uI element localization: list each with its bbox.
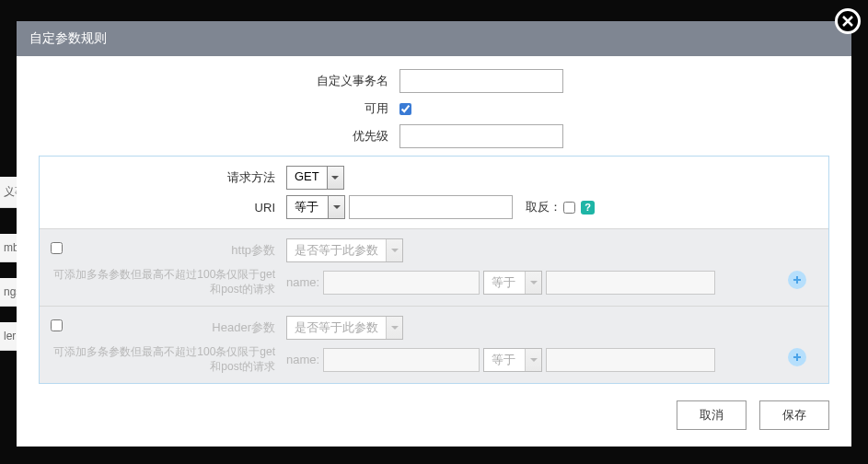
header-name-label: name: xyxy=(286,353,319,366)
header-params-enable-checkbox[interactable] xyxy=(51,319,63,331)
chevron-down-icon xyxy=(386,317,402,339)
http-name-label: name: xyxy=(286,275,319,289)
priority-input[interactable] xyxy=(399,124,563,148)
method-select-value: GET xyxy=(287,167,327,189)
header-value-input[interactable] xyxy=(546,348,715,372)
dialog-body: 自定义事务名 可用 优先级 请求方法 GET xyxy=(17,56,851,447)
uri-operator-value: 等于 xyxy=(287,196,328,218)
transaction-name-label: 自定义事务名 xyxy=(39,73,399,89)
header-operator-value: 等于 xyxy=(484,349,525,371)
enabled-checkbox[interactable] xyxy=(399,103,411,115)
chevron-down-icon xyxy=(525,272,541,294)
cancel-button[interactable]: 取消 xyxy=(677,400,746,430)
http-params-enable-checkbox[interactable] xyxy=(51,242,63,254)
add-header-param-button[interactable] xyxy=(788,348,806,366)
custom-param-rule-dialog: 自定参数规则 自定义事务名 可用 优先级 请求方法 GET xyxy=(17,21,851,447)
plus-icon xyxy=(793,353,802,362)
method-select[interactable]: GET xyxy=(286,166,344,190)
header-params-condition-value: 是否等于此参数 xyxy=(287,317,386,339)
close-icon xyxy=(841,15,854,28)
help-icon[interactable]: ? xyxy=(581,201,595,215)
http-params-hint: 可添加多条参数但最高不超过100条仅限于get和post的请求 xyxy=(51,268,286,296)
http-operator-select[interactable]: 等于 xyxy=(483,271,542,295)
header-operator-select[interactable]: 等于 xyxy=(483,348,542,372)
priority-label: 优先级 xyxy=(39,128,399,145)
uri-input[interactable] xyxy=(349,195,513,219)
http-name-input[interactable] xyxy=(323,271,480,295)
rules-container: 请求方法 GET URI 等于 xyxy=(39,156,829,384)
http-params-section: http参数 是否等于此参数 可添加多条参数但最高不超过100条仅限于get和p… xyxy=(40,228,828,306)
negate-checkbox[interactable] xyxy=(563,202,575,214)
save-button[interactable]: 保存 xyxy=(759,400,829,430)
enabled-label: 可用 xyxy=(39,100,399,117)
uri-label: URI xyxy=(51,201,286,215)
close-button[interactable] xyxy=(835,8,861,34)
header-params-section: Header参数 是否等于此参数 可添加多条参数但最高不超过100条仅限于get… xyxy=(40,306,828,383)
method-uri-section: 请求方法 GET URI 等于 xyxy=(40,157,828,228)
chevron-down-icon xyxy=(328,196,344,218)
uri-operator-select[interactable]: 等于 xyxy=(286,195,345,219)
dialog-footer: 取消 保存 xyxy=(39,400,829,430)
chevron-down-icon xyxy=(525,349,541,371)
header-name-input[interactable] xyxy=(323,348,480,372)
chevron-down-icon xyxy=(386,239,402,261)
add-http-param-button[interactable] xyxy=(788,271,806,289)
chevron-down-icon xyxy=(327,167,343,189)
http-operator-value: 等于 xyxy=(484,272,525,294)
http-params-condition-value: 是否等于此参数 xyxy=(287,239,386,261)
dialog-title: 自定参数规则 xyxy=(17,21,851,56)
header-params-hint: 可添加多条参数但最高不超过100条仅限于get和post的请求 xyxy=(51,345,286,374)
header-params-condition-select[interactable]: 是否等于此参数 xyxy=(286,316,403,340)
transaction-name-input[interactable] xyxy=(399,69,563,93)
plus-icon xyxy=(793,275,802,284)
http-value-input[interactable] xyxy=(546,271,715,295)
method-label: 请求方法 xyxy=(51,169,286,186)
http-params-label: http参数 xyxy=(51,242,286,259)
header-params-label: Header参数 xyxy=(51,319,286,336)
http-params-condition-select[interactable]: 是否等于此参数 xyxy=(286,238,403,262)
negate-label: 取反： xyxy=(526,199,561,215)
